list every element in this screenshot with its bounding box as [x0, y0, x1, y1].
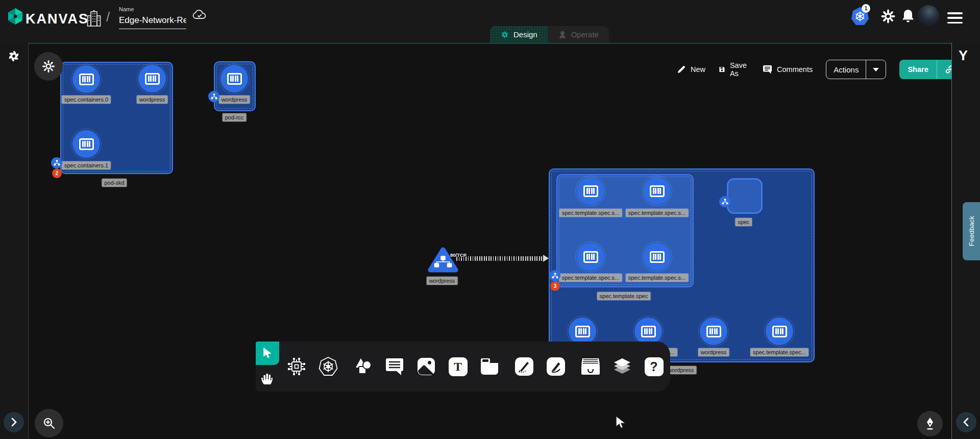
container-icon — [583, 185, 598, 197]
container-node[interactable] — [766, 318, 793, 345]
container-node[interactable] — [643, 177, 671, 205]
shapes-tool[interactable] — [350, 351, 376, 382]
frame-tool[interactable] — [476, 351, 503, 382]
building-icon[interactable] — [87, 10, 101, 27]
design-action-bar: New Save As Comments Actions Share — [677, 58, 962, 81]
container-node[interactable] — [700, 318, 727, 345]
context-count-badge: 1 — [862, 4, 870, 13]
container-icon — [575, 326, 590, 337]
pod-relationship-badge[interactable] — [549, 270, 560, 281]
container-node[interactable] — [634, 318, 662, 345]
node-label[interactable]: wordpress — [427, 277, 458, 285]
node-label[interactable]: spec.containers.0 — [62, 95, 111, 104]
comment-tool[interactable] — [381, 351, 408, 382]
pan-tool-button[interactable] — [256, 365, 279, 392]
comments-button-label: Comments — [777, 65, 813, 74]
container-icon — [79, 74, 94, 85]
node-label[interactable]: spec.template.spec.s... — [559, 274, 622, 282]
spec-node[interactable] — [727, 178, 763, 214]
node-label[interactable]: wordpress — [698, 348, 729, 356]
select-tool-button[interactable] — [256, 342, 279, 365]
container-node[interactable] — [569, 318, 596, 345]
container-node[interactable] — [72, 65, 100, 93]
image-tool[interactable] — [413, 351, 439, 382]
node-label[interactable]: spec.template.spec... — [750, 348, 808, 356]
container-icon — [650, 185, 665, 197]
tab-design[interactable]: Design — [490, 26, 548, 43]
group-label[interactable]: pod-skd — [102, 179, 127, 187]
layers-tool[interactable] — [609, 351, 635, 382]
container-node[interactable] — [577, 177, 604, 205]
cloud-save-status-icon — [192, 9, 207, 21]
pod-relationship-badge[interactable] — [719, 196, 730, 207]
pod-relationship-badge[interactable] — [208, 91, 219, 102]
component-chip-tool[interactable] — [283, 351, 310, 382]
container-icon — [145, 73, 160, 85]
container-node[interactable] — [72, 130, 100, 158]
app-header: KANVAS / Name Design — [0, 0, 980, 43]
freehand-draw-tool[interactable] — [543, 351, 569, 382]
container-node[interactable] — [643, 243, 671, 271]
kubernetes-tool[interactable] — [315, 351, 341, 382]
save-as-button[interactable]: Save As — [719, 61, 749, 78]
feedback-tab[interactable]: Feedback — [963, 202, 980, 260]
design-name-input[interactable] — [119, 14, 186, 29]
meshery-swirl-icon[interactable] — [7, 49, 21, 63]
group-label[interactable]: spec.template.spec — [597, 292, 651, 300]
node-label[interactable]: wordpress — [137, 95, 168, 104]
pencil-icon — [677, 65, 686, 74]
archive-drawer-tool[interactable] — [577, 351, 604, 382]
floppy-icon — [719, 65, 725, 74]
logo-text: KANVAS — [26, 11, 89, 27]
node-label[interactable]: spec.template.spec.s... — [626, 209, 689, 217]
node-label[interactable]: spec — [735, 218, 752, 226]
divider — [866, 60, 866, 79]
pen-nib-icon — [924, 417, 936, 430]
expand-left-panel-button[interactable] — [4, 412, 24, 432]
feedback-label: Feedback — [968, 216, 975, 246]
container-node[interactable] — [220, 65, 248, 92]
settings-gear-icon[interactable] — [880, 8, 896, 25]
service-edge[interactable] — [456, 256, 544, 261]
menu-hamburger-icon[interactable] — [947, 12, 963, 23]
container-node[interactable] — [577, 243, 604, 271]
mouse-cursor — [615, 416, 627, 430]
container-icon — [641, 326, 656, 337]
container-icon — [772, 326, 787, 337]
node-label[interactable]: spec.template.spec.s... — [626, 274, 689, 282]
actions-dropdown-button[interactable]: Actions — [826, 60, 886, 79]
design-swirl-icon — [500, 30, 509, 39]
design-name-label: Name — [119, 6, 134, 12]
container-node[interactable] — [138, 65, 166, 92]
help-tool[interactable]: ? — [641, 351, 667, 382]
container-icon — [583, 251, 598, 263]
pod-relationship-badge[interactable] — [51, 157, 62, 168]
group-label[interactable]: pod-rcc — [223, 113, 247, 121]
node-label[interactable]: wordpress — [219, 95, 250, 104]
canvas-gear-button[interactable] — [34, 52, 63, 81]
hand-icon — [261, 371, 274, 385]
service-node[interactable] — [428, 246, 458, 274]
kanvas-logo-icon[interactable] — [7, 8, 24, 25]
edge-pen-tool[interactable] — [511, 351, 537, 382]
ink-pen-button[interactable] — [917, 411, 943, 436]
text-tool[interactable]: T — [445, 351, 471, 382]
user-avatar[interactable] — [918, 5, 939, 27]
operate-astronaut-icon — [558, 30, 567, 39]
zoom-in-button[interactable] — [35, 409, 63, 437]
container-icon — [79, 138, 94, 150]
comments-button[interactable]: Comments — [763, 65, 813, 74]
tab-operate[interactable]: Operate — [548, 26, 609, 43]
left-sidebar — [0, 43, 29, 439]
edge-arrowhead — [543, 255, 549, 262]
new-button[interactable]: New — [677, 65, 705, 74]
notifications-bell-icon[interactable] — [900, 8, 916, 25]
tab-design-label: Design — [513, 30, 537, 39]
error-count-badge[interactable]: 3 — [550, 281, 560, 291]
shapes-toolbar: T — [256, 342, 670, 392]
node-label[interactable]: spec.template.spec.s... — [559, 209, 622, 217]
node-label[interactable]: spec.containers.1 — [62, 161, 111, 169]
error-count-badge[interactable]: 2 — [52, 168, 62, 178]
expand-right-panel-button[interactable] — [956, 412, 976, 432]
flow-merge-icon[interactable]: Y — [959, 48, 968, 64]
